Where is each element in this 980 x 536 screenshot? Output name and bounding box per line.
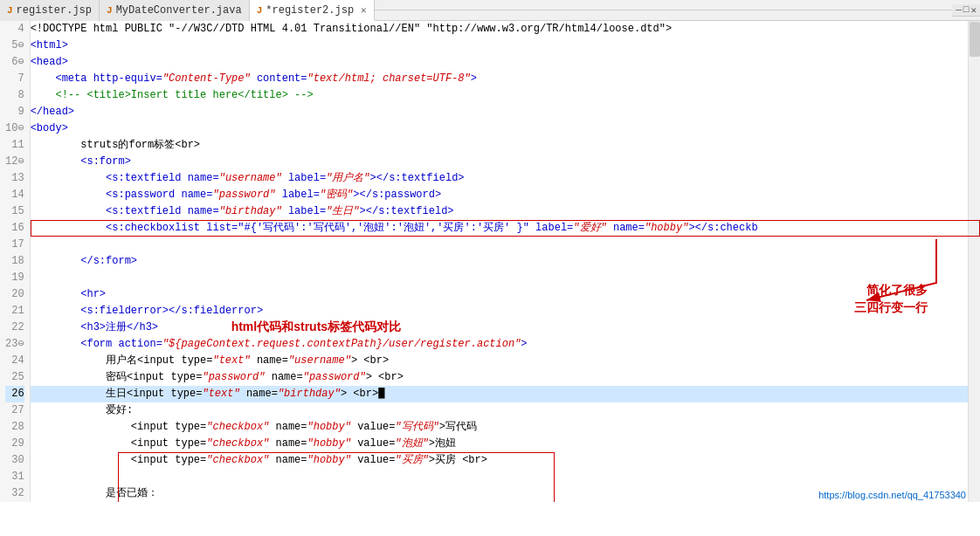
tab-close-button[interactable]: ✕	[361, 4, 367, 16]
line-numbers: 45⊖6⊖78910⊖1112⊖1314151617181920212223⊖2…	[0, 21, 31, 502]
code-line-11[interactable]: struts的form标签<br>	[31, 137, 980, 154]
line-number-10: 10⊖	[5, 120, 24, 137]
line-number-16: 16	[5, 220, 24, 237]
tab-register-jsp[interactable]: J register.jsp	[0, 0, 100, 21]
line-number-8: 8	[5, 87, 24, 104]
code-line-14[interactable]: <s:password name="password" label="密码"><…	[31, 187, 980, 203]
tab-bar: J register.jsp J MyDateConverter.java J …	[0, 0, 980, 21]
line-number-20: 20	[5, 286, 24, 303]
tab-icon-jsp1: J	[7, 5, 13, 16]
line-number-32: 32	[5, 485, 24, 502]
code-line-28[interactable]: <input type="checkbox" name="hobby" valu…	[31, 419, 980, 436]
code-line-18[interactable]: </s:form>	[31, 253, 980, 270]
close-window-button[interactable]: ✕	[970, 4, 977, 16]
code-line-4[interactable]: <!DOCTYPE html PUBLIC "-//W3C//DTD HTML …	[31, 21, 980, 38]
line-number-12: 12⊖	[5, 154, 24, 170]
code-line-31[interactable]	[31, 469, 980, 485]
code-line-17[interactable]	[31, 237, 980, 253]
code-line-8[interactable]: <!-- <title>Insert title here</title> --…	[31, 87, 980, 104]
code-line-24[interactable]: 用户名<input type="text" name="username"> <…	[31, 353, 980, 369]
line-number-9: 9	[5, 104, 24, 120]
tab-icon-java: J	[107, 5, 113, 16]
line-number-4: 4	[5, 21, 24, 38]
tab-label-register2: *register2.jsp	[266, 4, 354, 17]
code-line-27[interactable]: 爱好:	[31, 402, 980, 419]
tab-register2-jsp[interactable]: J *register2.jsp ✕	[250, 0, 375, 21]
minimize-button[interactable]: —	[956, 4, 962, 15]
line-number-19: 19	[5, 270, 24, 286]
code-content[interactable]: <!DOCTYPE html PUBLIC "-//W3C//DTD HTML …	[31, 21, 980, 502]
line-number-28: 28	[5, 419, 24, 436]
line-number-14: 14	[5, 187, 24, 203]
line-number-24: 24	[5, 353, 24, 369]
line-number-21: 21	[5, 303, 24, 320]
code-line-30[interactable]: <input type="checkbox" name="hobby" valu…	[31, 452, 980, 469]
code-line-5[interactable]: <html>	[31, 38, 980, 54]
code-line-9[interactable]: </head>	[31, 104, 980, 120]
line-number-15: 15	[5, 203, 24, 220]
line-number-26: 26	[5, 386, 24, 402]
maximize-button[interactable]: □	[963, 4, 970, 15]
code-line-29[interactable]: <input type="checkbox" name="hobby" valu…	[31, 436, 980, 452]
line-number-13: 13	[5, 170, 24, 187]
code-line-16[interactable]: <s:checkboxlist list="#{'写代码':'写代码','泡妞'…	[31, 220, 980, 237]
line-number-18: 18	[5, 253, 24, 270]
code-line-7[interactable]: <meta http-equiv="Content-Type" content=…	[31, 71, 980, 87]
code-line-21[interactable]: <s:fielderror></s:fielderror>	[31, 303, 980, 320]
tab-label-register: register.jsp	[17, 4, 92, 17]
line-number-5: 5⊖	[5, 38, 24, 54]
code-line-19[interactable]	[31, 270, 980, 286]
tab-label-mydateconverter: MyDateConverter.java	[116, 4, 242, 17]
tab-mydateconverter[interactable]: J MyDateConverter.java	[100, 0, 250, 21]
code-line-12[interactable]: <s:form>	[31, 154, 980, 170]
line-number-22: 22	[5, 320, 24, 336]
line-number-7: 7	[5, 71, 24, 87]
editor-body: 45⊖6⊖78910⊖1112⊖1314151617181920212223⊖2…	[0, 21, 980, 502]
line-number-27: 27	[5, 402, 24, 419]
code-line-22[interactable]: <h3>注册</h3>	[31, 320, 980, 336]
code-line-20[interactable]: <hr>	[31, 286, 980, 303]
line-number-29: 29	[5, 436, 24, 452]
line-number-17: 17	[5, 237, 24, 253]
scrollbar-thumb[interactable]	[970, 22, 980, 57]
watermark: https://blog.csdn.net/qq_41753340	[818, 490, 966, 500]
code-line-23[interactable]: <form action="${pageContext.request.cont…	[31, 336, 980, 353]
vertical-scrollbar[interactable]	[968, 21, 980, 502]
line-number-23: 23⊖	[5, 336, 24, 353]
code-line-25[interactable]: 密码<input type="password" name="password"…	[31, 369, 980, 386]
code-line-10[interactable]: <body>	[31, 120, 980, 137]
code-line-13[interactable]: <s:textfield name="username" label="用户名"…	[31, 170, 980, 187]
code-line-6[interactable]: <head>	[31, 54, 980, 71]
code-line-26[interactable]: 生日<input type="text" name="birthday"> <b…	[31, 386, 980, 402]
code-line-15[interactable]: <s:textfield name="birthday" label="生日">…	[31, 203, 980, 220]
line-number-6: 6⊖	[5, 54, 24, 71]
tab-icon-jsp2: J	[257, 5, 263, 16]
line-number-25: 25	[5, 369, 24, 386]
line-number-11: 11	[5, 137, 24, 154]
line-number-30: 30	[5, 452, 24, 469]
line-number-31: 31	[5, 469, 24, 485]
